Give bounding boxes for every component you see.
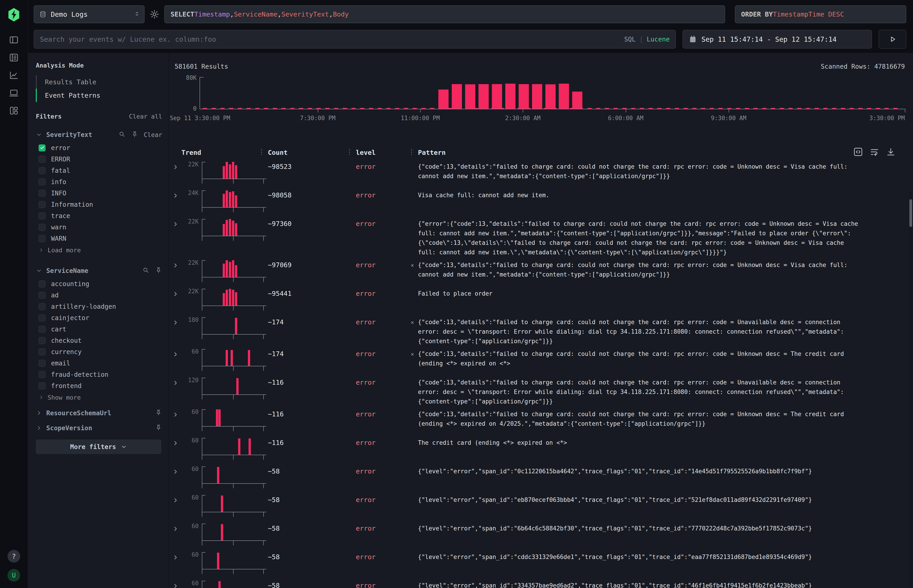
checkbox-unchecked[interactable] xyxy=(39,201,45,208)
code-brackets-icon[interactable] xyxy=(853,147,863,158)
histogram-bar[interactable] xyxy=(479,84,489,109)
histogram-bar[interactable] xyxy=(519,84,529,109)
column-header-count[interactable]: Count xyxy=(268,149,356,157)
filter-group-header[interactable]: SeverityTextClear xyxy=(36,129,164,140)
expand-row-icon[interactable] xyxy=(171,162,181,171)
checkbox-unchecked[interactable] xyxy=(39,167,45,174)
pattern-row[interactable]: 180~174error×{"code":13,"details":"faile… xyxy=(171,314,896,346)
checkbox-unchecked[interactable] xyxy=(39,178,45,186)
expand-row-icon[interactable] xyxy=(171,467,181,476)
download-icon[interactable] xyxy=(886,147,896,158)
hyperdx-bolt-logo[interactable] xyxy=(7,8,20,22)
sql-select-input[interactable]: SELECT Timestamp, ServiceName, SeverityT… xyxy=(164,5,725,23)
dashboard-icon[interactable] xyxy=(8,104,20,117)
search-icon[interactable] xyxy=(142,267,149,275)
clear-filter-button[interactable]: Clear xyxy=(144,131,162,138)
expand-row-icon[interactable] xyxy=(171,219,181,228)
filter-option-cainjector[interactable]: cainjector xyxy=(36,312,164,323)
query-language-toggle[interactable]: SQL | Lucene xyxy=(624,36,670,43)
filter-option-checkout[interactable]: checkout xyxy=(36,335,164,346)
pin-icon[interactable] xyxy=(155,409,162,417)
run-query-button[interactable] xyxy=(879,30,906,48)
time-range-picker[interactable]: Sep 11 15:47:14 - Sep 12 15:47:14 xyxy=(683,30,872,48)
laptop-icon[interactable] xyxy=(8,87,20,99)
filter-option-fraud-detection[interactable]: fraud-detection xyxy=(36,369,164,380)
filter-option-currency[interactable]: currency xyxy=(36,346,164,357)
toggle-lucene[interactable]: Lucene xyxy=(647,36,670,43)
expand-row-icon[interactable] xyxy=(171,191,181,200)
user-avatar[interactable]: U xyxy=(8,569,20,582)
filter-group-header[interactable]: ServiceName xyxy=(36,265,164,276)
checkbox-unchecked[interactable] xyxy=(39,156,45,163)
pattern-row[interactable]: 60~116error{"code":13,"details":"failed … xyxy=(171,406,896,435)
filter-option-frontend[interactable]: frontend xyxy=(36,380,164,391)
checkbox-unchecked[interactable] xyxy=(39,337,45,344)
expand-row-icon[interactable] xyxy=(171,378,181,387)
expand-row-icon[interactable] xyxy=(171,260,181,270)
filter-option-error[interactable]: ERROR xyxy=(36,153,164,165)
checkbox-unchecked[interactable] xyxy=(39,303,45,310)
filter-option-warn[interactable]: warn xyxy=(36,221,164,233)
histogram-bar[interactable] xyxy=(452,84,462,109)
search-input[interactable]: Search your events w/ Lucene ex. column:… xyxy=(34,30,676,48)
expand-row-icon[interactable] xyxy=(171,317,181,327)
filter-option-info[interactable]: info xyxy=(36,176,164,187)
column-header-trend[interactable]: Trend xyxy=(181,149,268,157)
pattern-row[interactable]: 22K~97069error×{"code":13,"details":"fai… xyxy=(171,257,896,286)
checkbox-unchecked[interactable] xyxy=(39,360,45,367)
search-icon[interactable] xyxy=(118,131,126,139)
pattern-row[interactable]: 60~58error{"level":"error","span_id":"6b… xyxy=(171,520,896,549)
pattern-row[interactable]: 60~116errorThe credit card (ending <*> e… xyxy=(171,435,896,463)
results-histogram[interactable]: 80K 0 Sep 11 3:30:00 PM7:30:00 PM11:00:0… xyxy=(171,77,905,125)
checkbox-unchecked[interactable] xyxy=(39,212,45,220)
logs-icon[interactable] xyxy=(8,51,20,64)
clear-all-button[interactable]: Clear all xyxy=(129,113,162,120)
pattern-row[interactable]: 22K~95441errorFailed to place order xyxy=(171,286,896,314)
filter-option-error[interactable]: error xyxy=(36,142,164,153)
histogram-bar[interactable] xyxy=(439,90,448,109)
pattern-row[interactable]: 60~58error{"level":"error","span_id":"cd… xyxy=(171,549,896,578)
column-header-pattern[interactable]: Pattern xyxy=(418,149,446,157)
expand-row-icon[interactable] xyxy=(171,349,181,359)
histogram-bar[interactable] xyxy=(546,84,555,109)
source-select[interactable]: Demo Logs xyxy=(34,5,144,23)
wrap-text-icon[interactable] xyxy=(869,147,879,158)
gear-icon[interactable] xyxy=(144,5,164,23)
checkbox-unchecked[interactable] xyxy=(39,371,45,378)
analysis-mode-event-patterns[interactable]: Event Patterns xyxy=(36,89,164,102)
scrollbar-thumb[interactable] xyxy=(910,199,912,227)
checkbox-unchecked[interactable] xyxy=(39,190,45,197)
checkbox-unchecked[interactable] xyxy=(39,326,45,333)
expand-row-icon[interactable] xyxy=(171,438,181,447)
filter-option-warn[interactable]: WARN xyxy=(36,233,164,244)
histogram-bar[interactable] xyxy=(532,84,542,109)
pattern-row[interactable]: 60~58error{"level":"error","span_id":"33… xyxy=(171,578,896,588)
checkbox-unchecked[interactable] xyxy=(39,280,45,288)
expand-row-icon[interactable] xyxy=(171,552,181,562)
filter-group-header[interactable]: ResourceSchemaUrl xyxy=(36,408,164,418)
filter-option-artillery-loadgen[interactable]: artillery-loadgen xyxy=(36,301,164,312)
expand-row-icon[interactable] xyxy=(171,581,181,588)
histogram-bar[interactable] xyxy=(572,92,582,109)
pin-icon[interactable] xyxy=(155,424,162,432)
filter-group-header[interactable]: ScopeVersion xyxy=(36,423,164,433)
pattern-row[interactable]: 60~58error{"level":"error","span_id":"0c… xyxy=(171,463,896,492)
checkbox-unchecked[interactable] xyxy=(39,292,45,299)
checkbox-unchecked[interactable] xyxy=(39,224,45,231)
pin-icon[interactable] xyxy=(155,267,162,275)
histogram-bar[interactable] xyxy=(492,84,502,109)
pattern-row[interactable]: 60~174error×{"code":13,"details":"failed… xyxy=(171,346,896,375)
expand-row-icon[interactable] xyxy=(171,523,181,533)
filter-option-info[interactable]: INFO xyxy=(36,187,164,199)
load-more-link[interactable]: Load more xyxy=(36,244,164,256)
pattern-row[interactable]: 22K~98523error{"code":13,"details":"fail… xyxy=(171,159,896,187)
filter-option-email[interactable]: email xyxy=(36,357,164,369)
column-header-level[interactable]: level xyxy=(356,149,418,157)
expand-row-icon[interactable] xyxy=(171,289,181,298)
panel-toggle-icon[interactable] xyxy=(8,34,20,46)
filter-option-information[interactable]: Information xyxy=(36,199,164,210)
checkbox-unchecked[interactable] xyxy=(39,235,45,242)
more-filters-button[interactable]: More filters xyxy=(36,439,161,454)
analysis-mode-results-table[interactable]: Results Table xyxy=(36,75,164,89)
filter-option-fatal[interactable]: fatal xyxy=(36,165,164,176)
